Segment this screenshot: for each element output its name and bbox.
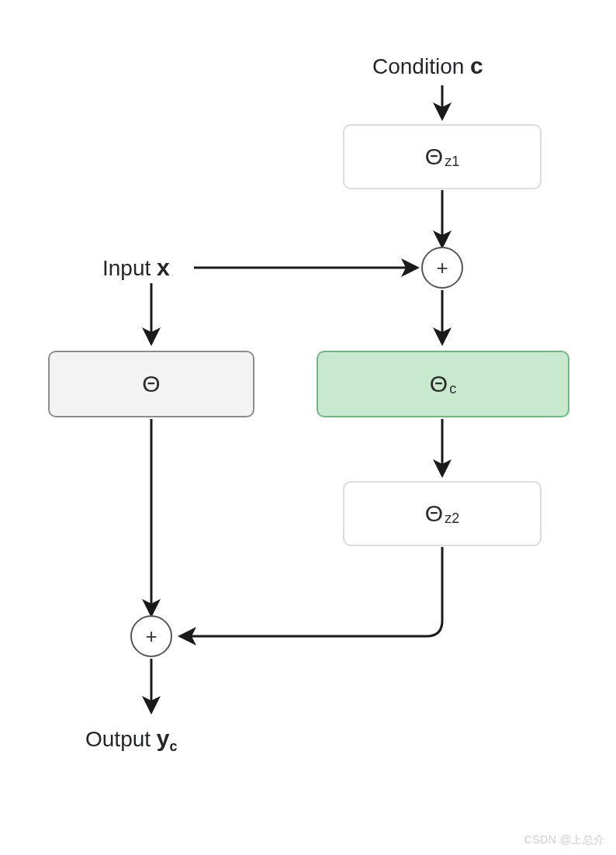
theta-z1-main: Θ [425, 144, 443, 170]
input-text: Input [102, 256, 157, 280]
add-node-1: + [421, 247, 463, 289]
input-var: x [157, 254, 170, 280]
add-node-2: + [130, 615, 172, 657]
theta-c-block: Θc [317, 351, 569, 417]
theta-z2-sub: z2 [445, 511, 459, 527]
theta-main: Θ [142, 371, 160, 397]
theta-z2-main: Θ [425, 500, 443, 527]
theta-block: Θ [48, 351, 254, 417]
diagram-canvas: Condition c Θz1 + Input x Θ Θc Θz2 + Out… [0, 0, 616, 855]
theta-z1-block: Θz1 [343, 124, 542, 189]
output-label: Output yc [85, 725, 178, 752]
theta-z1-sub: z1 [445, 154, 459, 170]
condition-label: Condition c [372, 53, 483, 79]
watermark-text: CSDN @上总介 [524, 833, 605, 847]
output-sub: c [170, 739, 178, 755]
condition-text: Condition [372, 54, 470, 78]
condition-var: c [470, 53, 483, 78]
output-var: y [157, 725, 170, 751]
plus-icon: + [436, 256, 448, 280]
plus-icon: + [145, 625, 157, 649]
theta-z2-block: Θz2 [343, 481, 542, 546]
theta-c-sub: c [449, 381, 456, 397]
theta-c-main: Θ [430, 371, 448, 397]
input-label: Input x [102, 254, 170, 281]
output-text: Output [85, 727, 157, 751]
